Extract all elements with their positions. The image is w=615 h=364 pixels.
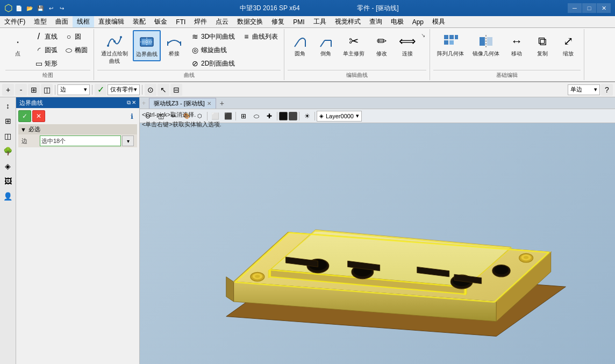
props-close-btn[interactable]: ✕ bbox=[132, 99, 136, 106]
toolbar-help-btn[interactable]: ? bbox=[601, 84, 613, 96]
vt-color2-btn[interactable] bbox=[289, 112, 297, 120]
side-tree-btn[interactable]: 🌳 bbox=[2, 145, 15, 158]
btn-ellipse[interactable]: ⬭ 椭圆 bbox=[61, 44, 90, 56]
props-info-btn[interactable]: ℹ bbox=[126, 111, 137, 122]
menu-sheet-metal[interactable]: 钣金 bbox=[150, 16, 171, 27]
close-btn[interactable]: ✕ bbox=[597, 3, 611, 13]
edge-dropdown[interactable]: 边 ▾ bbox=[58, 84, 90, 95]
view-tab-close[interactable]: ✕ bbox=[207, 101, 211, 106]
btn-point[interactable]: · 点 bbox=[5, 30, 30, 60]
toolbar-grid-btn[interactable]: ⊞ bbox=[28, 84, 40, 96]
ellipse-icon: ⬭ bbox=[64, 45, 74, 55]
props-toolbar: ✓ ✕ ℹ bbox=[18, 110, 137, 122]
side-layer-btn[interactable]: ⊞ bbox=[2, 115, 15, 127]
toolbar-layers-btn[interactable]: ◫ bbox=[41, 84, 53, 96]
basic-edit-label: 基础编辑 bbox=[433, 70, 581, 79]
props-edge-input[interactable] bbox=[40, 135, 121, 146]
edit-curves-expand[interactable]: ↘ bbox=[421, 30, 426, 38]
toolbar-cursor-btn[interactable]: ↖ bbox=[158, 84, 169, 96]
view-tab-main[interactable]: 驱动线Z3 - [驱动线] ✕ bbox=[149, 98, 216, 109]
props-confirm-btn[interactable]: ✓ bbox=[18, 110, 31, 122]
menu-direct-edit[interactable]: 直接编辑 bbox=[94, 16, 128, 27]
bridge-icon bbox=[166, 33, 183, 50]
vt-plane-btn[interactable]: ⬭ bbox=[251, 111, 262, 122]
undo-btn[interactable]: ↩ bbox=[46, 3, 56, 13]
side-photo-btn[interactable]: 🖼 bbox=[2, 175, 15, 188]
toolbar-remove-btn[interactable]: - bbox=[15, 84, 27, 96]
side-move-btn[interactable]: ↕ bbox=[2, 99, 15, 112]
maximize-btn[interactable]: □ bbox=[582, 3, 596, 13]
btn-point-curve[interactable]: 通过点绘制曲线 bbox=[97, 30, 132, 68]
side-user-btn[interactable]: 👤 bbox=[2, 190, 15, 203]
open-btn[interactable]: 📂 bbox=[25, 3, 34, 13]
menu-surface[interactable]: 曲面 bbox=[51, 16, 73, 27]
side-render-btn[interactable]: ◈ bbox=[2, 160, 15, 173]
single-edge-dropdown[interactable]: 单边 ▾ bbox=[568, 84, 600, 95]
layer-dropdown[interactable]: ◈ Layer0000 ▾ bbox=[317, 111, 362, 122]
btn-copy[interactable]: ⧉ 复制 bbox=[530, 30, 555, 60]
view-tabs: + 驱动线Z3 - [驱动线] ✕ + bbox=[140, 97, 615, 109]
btn-arc[interactable]: ◜ 圆弧 bbox=[31, 44, 60, 56]
vt-sun-btn[interactable]: ☀ bbox=[301, 111, 313, 122]
menu-pointcloud[interactable]: 点云 bbox=[211, 16, 233, 27]
menu-mold[interactable]: 模具 bbox=[428, 16, 449, 27]
minimize-btn[interactable]: ─ bbox=[568, 3, 582, 13]
btn-chamfer[interactable]: 倒角 bbox=[313, 30, 338, 60]
btn-mirror-geo[interactable]: 镜像几何体 bbox=[469, 30, 503, 60]
menu-query[interactable]: 查询 bbox=[365, 16, 387, 27]
filter-dropdown[interactable]: 仅有零件 ▾ bbox=[108, 84, 140, 95]
vt-grid-btn[interactable]: ⊞ bbox=[238, 111, 249, 122]
canvas-3d[interactable] bbox=[140, 123, 615, 364]
btn-2d-section-curve[interactable]: ⊘ 2D剖面曲线 bbox=[188, 57, 238, 70]
btn-move[interactable]: ↔ 移动 bbox=[504, 30, 529, 60]
side-view-btn[interactable]: ◫ bbox=[2, 130, 15, 142]
btn-fillet[interactable]: 圆角 bbox=[288, 30, 312, 60]
menu-electrode[interactable]: 电极 bbox=[387, 16, 408, 27]
btn-connect[interactable]: ⟺ 连接 bbox=[395, 30, 420, 60]
btn-circle[interactable]: ○ 圆 bbox=[61, 30, 90, 43]
btn-modify[interactable]: ✏ 修改 bbox=[369, 30, 394, 60]
props-edge-dropdown[interactable]: ▾ bbox=[122, 135, 134, 146]
toolbar-add-btn[interactable]: + bbox=[2, 84, 14, 96]
props-edge-row: 边 ▾ bbox=[18, 134, 137, 147]
menu-wireframe[interactable]: 线框 bbox=[73, 16, 94, 27]
menu-tools[interactable]: 工具 bbox=[309, 16, 331, 27]
menu-weld[interactable]: 焊件 bbox=[190, 16, 211, 27]
tab-plus-left[interactable]: + bbox=[142, 99, 146, 107]
btn-helix[interactable]: ◎ 螺旋曲线 bbox=[188, 44, 238, 56]
btn-array-geo[interactable]: 阵列几何体 bbox=[433, 30, 468, 60]
toolbar-filter2-btn[interactable]: ⊟ bbox=[170, 84, 182, 96]
btn-rect[interactable]: ▭ 矩形 bbox=[31, 57, 60, 70]
btn-scale[interactable]: ⤢ 缩放 bbox=[556, 30, 581, 60]
btn-line[interactable]: / 直线 bbox=[31, 30, 60, 43]
props-section-header[interactable]: ▼ 必选 bbox=[18, 124, 137, 134]
view-tab-add[interactable]: + bbox=[217, 98, 227, 108]
menu-model[interactable]: 造型 bbox=[30, 16, 51, 27]
vt-black-btn[interactable] bbox=[279, 112, 288, 120]
vt-axis-btn[interactable]: ✚ bbox=[263, 111, 275, 122]
window-controls[interactable]: ─ □ ✕ bbox=[568, 3, 611, 13]
btn-3d-mid-curve[interactable]: ≋ 3D中间曲线 bbox=[188, 30, 238, 43]
menu-pmi[interactable]: PMI bbox=[289, 17, 309, 27]
save-btn[interactable]: 💾 bbox=[35, 3, 45, 13]
toolbar-snap-btn[interactable]: ⊙ bbox=[145, 84, 156, 96]
vt-solid-btn[interactable]: ⬛ bbox=[222, 111, 234, 122]
btn-bridge[interactable]: 桥接 bbox=[162, 30, 187, 60]
btn-boundary-curve[interactable]: 边界曲线 bbox=[133, 30, 161, 61]
drawing-buttons: · 点 / 直线 ◜ 圆弧 ▭ 矩形 bbox=[5, 30, 90, 70]
btn-single-trim[interactable]: ✂ 单主修剪 bbox=[339, 30, 368, 60]
menu-visual-style[interactable]: 视觉样式 bbox=[331, 16, 365, 27]
new-btn[interactable]: 📄 bbox=[14, 3, 24, 13]
props-cancel-btn[interactable]: ✕ bbox=[32, 110, 45, 122]
toolbar-check-btn[interactable]: ✓ bbox=[95, 84, 106, 96]
menu-app[interactable]: App bbox=[408, 17, 428, 27]
menu-repair[interactable]: 修复 bbox=[267, 16, 289, 27]
btn-curve-list[interactable]: ≡ 曲线列表 bbox=[239, 30, 281, 43]
menu-dataexchange[interactable]: 数据交换 bbox=[233, 16, 267, 27]
menu-assembly[interactable]: 装配 bbox=[128, 16, 150, 27]
menu-fti[interactable]: FTI bbox=[171, 17, 190, 27]
props-float-btn[interactable]: ⧉ bbox=[127, 99, 131, 106]
redo-btn[interactable]: ↪ bbox=[57, 3, 67, 13]
svg-point-2 bbox=[120, 36, 122, 38]
menu-file[interactable]: 文件(F) bbox=[0, 16, 30, 27]
